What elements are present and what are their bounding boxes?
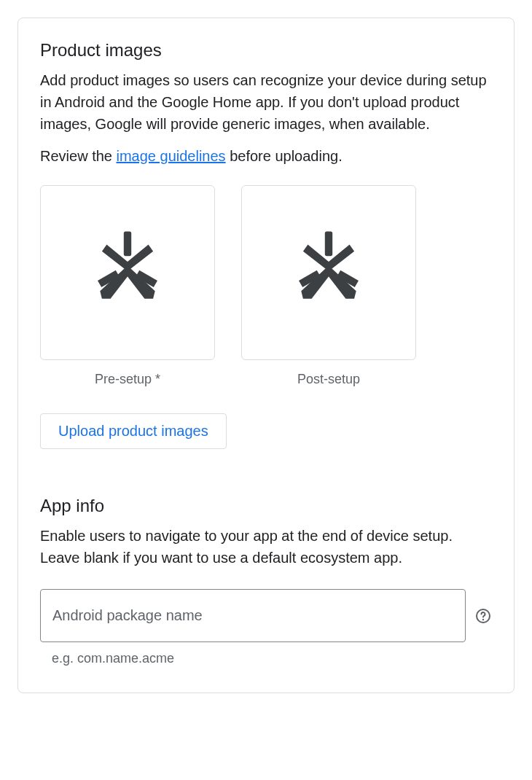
settings-card: Product images Add product images so use… [17, 17, 515, 693]
image-slot-post-setup: Post-setup [241, 185, 416, 387]
app-info-description: Enable users to navigate to your app at … [40, 525, 492, 569]
product-images-description: Add product images so users can recogniz… [40, 69, 492, 135]
package-name-hint: e.g. com.name.acme [52, 651, 492, 666]
package-name-row [40, 589, 492, 642]
image-guidelines-link[interactable]: image guidelines [117, 148, 226, 164]
svg-point-3 [482, 618, 484, 620]
image-slot-pre-setup: Pre-setup * [40, 185, 215, 387]
review-line: Review the image guidelines before uploa… [40, 148, 492, 165]
product-images-title: Product images [40, 40, 492, 61]
matter-logo-icon [281, 224, 376, 321]
upload-product-images-button[interactable]: Upload product images [40, 413, 227, 449]
image-slot-row: Pre-setup * [40, 185, 492, 387]
review-prefix: Review the [40, 148, 117, 164]
help-icon[interactable] [474, 607, 492, 625]
image-caption-post-setup: Post-setup [297, 372, 360, 387]
image-caption-pre-setup: Pre-setup * [95, 372, 160, 387]
android-package-name-input[interactable] [40, 589, 466, 642]
matter-logo-icon [80, 224, 175, 321]
image-placeholder-pre-setup[interactable] [40, 185, 215, 360]
svg-rect-0 [124, 231, 131, 256]
app-info-title: App info [40, 496, 492, 516]
svg-rect-1 [325, 231, 332, 256]
app-info-section: App info Enable users to navigate to you… [40, 496, 492, 666]
product-images-section: Product images Add product images so use… [40, 40, 492, 449]
image-placeholder-post-setup[interactable] [241, 185, 416, 360]
review-suffix: before uploading. [226, 148, 343, 164]
